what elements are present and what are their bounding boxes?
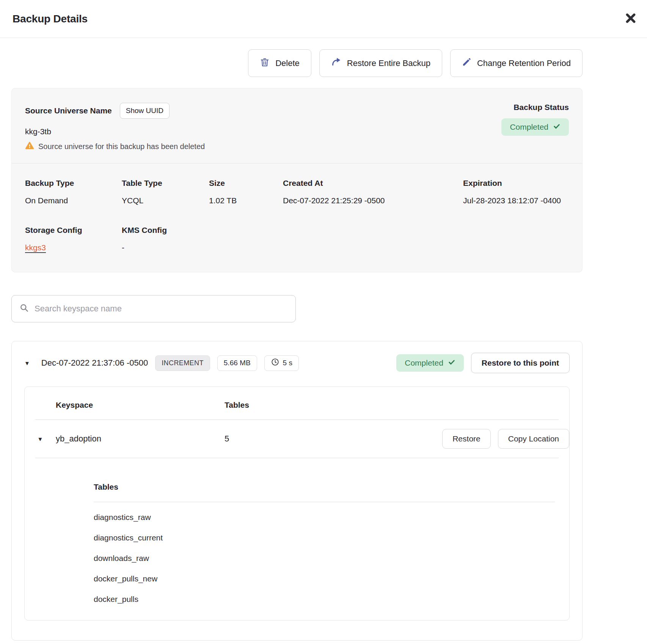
source-universe-block: Source Universe Name Show UUID kkg-3tb S… <box>25 103 205 152</box>
table-name-item: docker_pulls <box>94 589 555 609</box>
keyspace-search <box>11 295 296 322</box>
status-badge: Completed <box>501 118 569 136</box>
increment-status-label: Completed <box>405 358 443 368</box>
keyspace-table: Keyspace Tables ▼ yb_adoption 5 Restore … <box>24 386 570 620</box>
increment-duration-badge: 5 s <box>264 355 299 371</box>
keyspace-collapse-caret[interactable]: ▼ <box>38 436 43 442</box>
toolbar: Delete Restore Entire Backup Change Rete… <box>11 49 583 77</box>
increment-timestamp: Dec-07-2022 21:37:06 -0500 <box>41 358 148 368</box>
tables-subsection: Tables diagnostics_raw diagnostics_curre… <box>94 458 555 609</box>
search-icon <box>19 303 29 314</box>
show-uuid-button[interactable]: Show UUID <box>120 103 170 119</box>
backup-summary-panel: Source Universe Name Show UUID kkg-3tb S… <box>11 88 583 272</box>
restore-keyspace-button[interactable]: Restore <box>442 429 491 449</box>
duration-label: 5 s <box>283 359 292 367</box>
tables-subheader: Tables <box>94 482 555 492</box>
pencil-icon <box>462 57 471 69</box>
restore-entire-backup-button[interactable]: Restore Entire Backup <box>319 49 442 77</box>
created-at-label: Created At <box>283 179 463 188</box>
table-name-item: downloads_raw <box>94 548 555 569</box>
increment-header: ▼ Dec-07-2022 21:37:06 -0500 INCREMENT 5… <box>24 353 570 373</box>
trash-icon <box>260 57 270 69</box>
restore-arrow-icon <box>331 57 341 69</box>
status-badge-label: Completed <box>510 123 548 132</box>
backup-type-value: On Demand <box>25 196 122 205</box>
delete-button-label: Delete <box>275 58 300 68</box>
keyspace-name: yb_adoption <box>56 434 225 444</box>
kms-config-value: - <box>122 243 569 252</box>
restore-to-point-button[interactable]: Restore to this point <box>471 353 570 373</box>
table-type-value: YCQL <box>122 196 209 205</box>
storage-config-label: Storage Config <box>25 226 122 235</box>
universe-deleted-warning: Source universe for this backup has been… <box>38 142 205 151</box>
expiration-label: Expiration <box>463 179 569 188</box>
close-button[interactable] <box>622 9 639 28</box>
size-value: 1.02 TB <box>209 196 283 205</box>
keyspace-row: ▼ yb_adoption 5 Restore Copy Location <box>25 420 569 458</box>
increment-collapse-caret[interactable]: ▼ <box>24 360 30 366</box>
tables-column-header: Tables <box>225 401 552 410</box>
restore-entire-backup-label: Restore Entire Backup <box>347 58 430 68</box>
backup-type-label: Backup Type <box>25 179 122 188</box>
warning-icon <box>25 141 34 152</box>
check-icon <box>553 123 561 132</box>
table-name-item: diagnostics_current <box>94 528 555 548</box>
universe-name: kkg-3tb <box>25 127 205 136</box>
clock-icon <box>271 358 280 368</box>
source-universe-label: Source Universe Name <box>25 106 112 115</box>
close-icon <box>624 20 637 26</box>
size-label: Size <box>209 179 283 188</box>
increment-size-badge: 5.66 MB <box>217 355 257 371</box>
divider <box>94 502 555 502</box>
storage-config-link[interactable]: kkgs3 <box>25 243 46 253</box>
table-name-item: diagnostics_raw <box>94 507 555 528</box>
created-at-value: Dec-07-2022 21:25:29 -0500 <box>283 196 463 205</box>
increment-status-badge: Completed <box>396 354 464 372</box>
change-retention-button[interactable]: Change Retention Period <box>450 49 583 77</box>
copy-location-button[interactable]: Copy Location <box>498 429 569 449</box>
delete-button[interactable]: Delete <box>248 49 311 77</box>
table-type-label: Table Type <box>122 179 209 188</box>
modal-body: Delete Restore Entire Backup Change Rete… <box>11 49 583 641</box>
expiration-value: Jul-28-2023 18:12:07 -0400 <box>463 196 569 205</box>
kms-config-label: KMS Config <box>122 226 569 235</box>
increment-type-badge: INCREMENT <box>155 355 210 371</box>
increment-card: ▼ Dec-07-2022 21:37:06 -0500 INCREMENT 5… <box>11 341 583 641</box>
keyspace-table-count: 5 <box>225 434 442 444</box>
search-input[interactable] <box>35 304 288 314</box>
check-icon <box>448 358 455 368</box>
keyspace-column-header: Keyspace <box>56 401 225 410</box>
change-retention-label: Change Retention Period <box>477 58 571 68</box>
page-title: Backup Details <box>13 13 88 25</box>
backup-status-label: Backup Status <box>501 103 569 112</box>
backup-status-block: Backup Status Completed <box>501 103 569 152</box>
modal-header: Backup Details <box>0 0 647 38</box>
table-list: diagnostics_raw diagnostics_current down… <box>94 507 555 609</box>
table-name-item: docker_pulls_new <box>94 569 555 589</box>
